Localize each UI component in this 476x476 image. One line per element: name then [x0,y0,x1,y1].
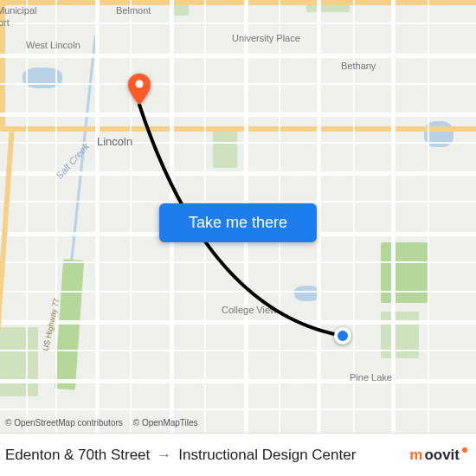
logo-dot-icon [462,447,467,453]
route-dest-label: Instructional Design Center [178,447,356,464]
destination-pin[interactable] [128,74,151,105]
origin-pin[interactable] [334,327,351,344]
map-attribution: © OpenStreetMap contributors © OpenMapTi… [5,418,198,428]
svg-point-0 [136,80,144,88]
route-summary: Edenton & 70th Street → Instructional De… [5,447,356,464]
attrib-osm-link[interactable]: © OpenStreetMap contributors [5,418,123,428]
take-me-there-button[interactable]: Take me there [159,203,317,242]
moovit-logo[interactable]: moovit [409,447,467,464]
footer-bar: Edenton & 70th Street → Instructional De… [0,433,476,476]
attrib-omt-link[interactable]: © OpenMapTiles [133,418,198,428]
arrow-right-icon: → [157,447,171,464]
map-canvas[interactable]: Belmont Municipal ort West Lincoln Unive… [0,0,476,476]
route-origin-label: Edenton & 70th Street [5,447,150,464]
map-pin-icon [128,74,151,105]
